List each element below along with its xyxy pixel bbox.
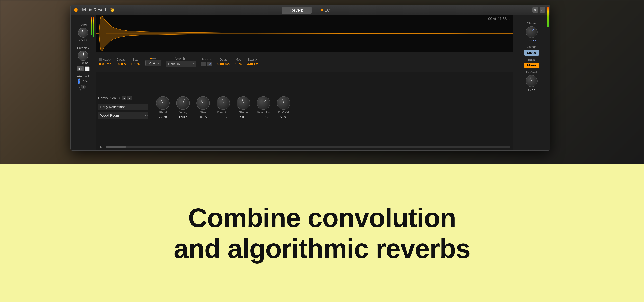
size-ctrl-label: Size [133, 58, 138, 62]
snowflake-btn[interactable]: ❄ [207, 62, 212, 66]
progress-bar-row: ▶ [96, 143, 513, 150]
damping-value: 50 % [220, 115, 227, 119]
play-button[interactable]: ▶ [98, 144, 104, 150]
wavetable-label: Wavetable [78, 74, 82, 91]
vintage-subtle-tag[interactable]: Subtle [524, 50, 539, 56]
reverb-size-group: Size 16 % [196, 96, 210, 119]
tab-bar: Reverb EQ [282, 6, 338, 14]
blend-value: 22/78 [159, 115, 167, 119]
divider-1 [73, 44, 93, 44]
mode-buttons: Serial [146, 60, 161, 66]
bass-x-label: Bass X [248, 58, 258, 62]
send-value: 0.0 dB [79, 38, 87, 42]
vintage-label: Vintage [526, 45, 537, 49]
bottom-section: Combine convolution and algorithmic reve… [0, 164, 644, 302]
mod-value: 50 % [234, 62, 242, 66]
dry-wet-right-knob[interactable] [526, 75, 538, 87]
center-area: 100 % / 1.53 s [96, 15, 513, 150]
send-knob[interactable] [78, 28, 88, 38]
attack-indicator[interactable] [99, 58, 102, 61]
algorithm-select[interactable]: Dark Hall [166, 61, 196, 67]
stereo-label: Stereo [527, 22, 536, 25]
freeze-label: Freeze [202, 58, 212, 61]
window-expand-btn[interactable]: ⤢ [540, 7, 545, 12]
freeze-row: → ❄ [201, 62, 212, 66]
convolution-ir-section: Convolution IR ◀ ▶ Early Reflections ▼ [96, 72, 153, 143]
dry-wet-knob[interactable] [277, 96, 290, 110]
reverb-size-knob[interactable] [196, 96, 210, 110]
dry-wet-right-value: 50 % [528, 88, 535, 92]
reverb-knobs-row: Blend 22/78 Decay 1.90 s Size [153, 72, 513, 143]
progress-fill [106, 146, 126, 148]
freeze-group: Freeze → ❄ [201, 58, 212, 66]
tab-reverb[interactable]: Reverb [282, 6, 312, 14]
controls-row: Attack 0.00 ms Decay 20.0 s Size 100 % [96, 52, 513, 72]
bass-mult-knob[interactable] [257, 96, 270, 110]
mod-label: Mod [236, 58, 241, 62]
ir-next-btn[interactable]: ▶ [127, 96, 132, 100]
damping-group: Damping 50 % [216, 96, 230, 119]
time-display: 100 % / 1.53 s [486, 16, 510, 21]
note-button[interactable]: ♩ [84, 66, 90, 71]
window-dot[interactable] [74, 8, 78, 12]
tab-eq-label: EQ [324, 8, 330, 12]
dry-wet-right-label: Dry/Wet [526, 71, 537, 74]
ir2-dropdown[interactable]: Wood Room ▼ [98, 112, 148, 119]
shape-knob[interactable] [237, 96, 250, 110]
bass-x-value: 440 Hz [247, 62, 258, 66]
ms-button[interactable]: ms [77, 66, 84, 71]
mod-group: Mod 50 % [234, 58, 242, 66]
vu-bar-left [92, 16, 92, 44]
right-vu-meters [547, 6, 549, 40]
blend-knob[interactable] [156, 96, 170, 110]
reverb-decay-label: Decay [178, 111, 187, 114]
shape-group: Shape 50.0 [237, 96, 250, 119]
stereo-value: 133 % [527, 39, 536, 43]
bass-mult-group: Bass Mult 100 % [257, 96, 270, 119]
serial-select[interactable]: Serial [146, 60, 161, 66]
stereo-group: Stereo 133 % [526, 22, 538, 43]
size-ctrl-value: 100 % [131, 62, 140, 66]
decay-ctrl-group: Decay 20.0 s [116, 58, 126, 66]
progress-track[interactable] [106, 146, 510, 148]
decay-ctrl-value: 20.0 s [116, 62, 126, 66]
vintage-group: Vintage Subtle [524, 45, 539, 56]
tab-eq[interactable]: EQ [312, 6, 338, 14]
top-section: Hybrid Reverb 👋 Reverb EQ ↺ ⤢ Wavetabl [0, 0, 644, 164]
serial-dropdown-wrapper: Serial [146, 60, 161, 66]
damping-knob[interactable] [216, 96, 230, 110]
ir2-dropdown-wrapper: Wood Room ▼ [98, 112, 150, 119]
stereo-knob[interactable] [526, 26, 538, 38]
feedback-value: 13 % [81, 80, 88, 83]
ir-prev-btn[interactable]: ◀ [122, 96, 126, 100]
bass-label: Bass [528, 58, 535, 62]
plugin-window: Hybrid Reverb 👋 Reverb EQ ↺ ⤢ Wavetabl [70, 5, 550, 151]
ir2-arrow-icon: ▼ [144, 114, 146, 117]
ir1-dropdown-wrapper: Early Reflections ▼ [98, 104, 150, 110]
send-label: Send [80, 23, 86, 27]
ir-knobs-row: Convolution IR ◀ ▶ Early Reflections ▼ [96, 72, 513, 143]
right-column: Stereo 133 % Vintage Subtle Bass Mono Dr… [513, 15, 550, 150]
plugin-title: Hybrid Reverb 👋 [80, 7, 114, 12]
headline-line2: and algorithmic reverbs [174, 233, 470, 264]
plugin-main: Wavetable Send 0.0 dB Predelay 10.0 ms [70, 15, 550, 150]
title-bar: Hybrid Reverb 👋 Reverb EQ ↺ ⤢ [70, 5, 550, 15]
reverb-decay-value: 1.90 s [178, 115, 187, 119]
reverb-decay-knob[interactable] [176, 96, 190, 110]
attack-value: 0.00 ms [99, 62, 111, 66]
window-resize-btn[interactable]: ↺ [532, 7, 538, 12]
algorithm-label: Algorithm [175, 57, 188, 60]
bass-mono-group: Bass Mono [524, 58, 539, 68]
waveform-svg [96, 15, 513, 52]
freeze-arrow-right[interactable]: → [201, 62, 206, 66]
right-vu-1 [547, 6, 549, 40]
ir2-value: Wood Room [100, 114, 119, 118]
mono-tag[interactable]: Mono [524, 62, 539, 68]
predelay-knob[interactable] [78, 51, 88, 61]
main-text: Combine convolution and algorithmic reve… [174, 202, 470, 264]
ir1-arrow-icon: ▼ [144, 106, 146, 108]
plugin-name-text: Hybrid Reverb [80, 7, 108, 12]
ir1-dropdown[interactable]: Early Reflections ▼ [98, 104, 148, 110]
attack-label: Attack [103, 58, 111, 62]
send-section: Send 0.0 dB [78, 23, 88, 42]
